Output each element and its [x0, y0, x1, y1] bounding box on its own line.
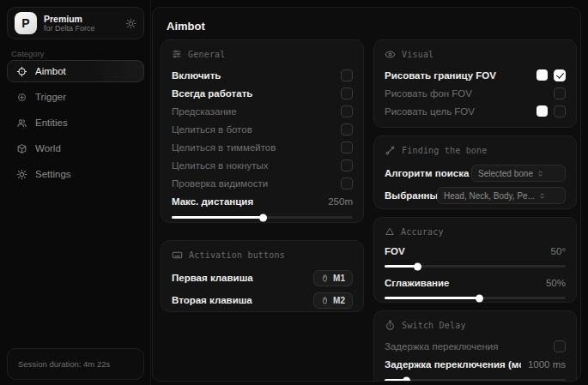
switch-delay-slider[interactable]: [385, 379, 566, 382]
panel-visual-header: Visual: [385, 47, 566, 61]
unfold-icon: [536, 170, 544, 177]
slider-thumb[interactable]: [259, 214, 267, 221]
sidebar-item-settings[interactable]: Settings: [7, 163, 144, 185]
select-value: Selected bone: [478, 169, 533, 178]
setting-label: Проверка видимости: [172, 178, 341, 189]
keybind-button-m1[interactable]: M1: [313, 270, 353, 286]
setting-label: Предсказание: [172, 106, 341, 117]
checkbox[interactable]: [341, 87, 353, 99]
mouse-icon: [321, 296, 329, 305]
world-icon: [16, 143, 27, 154]
color-swatch[interactable]: [536, 105, 548, 117]
panel-accuracy: Accuracy FOV 50° Сглаживание 50%: [373, 217, 577, 303]
setting-label: Включить: [172, 70, 341, 81]
slider-value: 50%: [546, 278, 566, 288]
sidebar-item-trigger[interactable]: Trigger: [7, 86, 144, 108]
sidebar-item-label: Trigger: [35, 92, 66, 102]
sidebar-item-world[interactable]: World: [7, 137, 144, 159]
max-distance-slider[interactable]: [172, 216, 353, 219]
keybind-value: M2: [333, 296, 345, 305]
category-label: Category: [11, 49, 45, 58]
panel-title: Visual: [402, 50, 433, 59]
panel-accuracy-header: Accuracy: [385, 225, 566, 238]
setting-label: Целиться в ботов: [172, 124, 341, 135]
setting-label: Рисовать цель FOV: [385, 106, 536, 117]
checkbox[interactable]: [341, 177, 353, 189]
panel-switch-header: Switch Delay: [385, 318, 566, 332]
keybind-value: M1: [333, 274, 345, 283]
setting-row: Всегда работать: [172, 84, 353, 102]
slider-group: Сглаживание 50%: [385, 275, 566, 299]
panel-activation-buttons: Activation buttons Первая клавиша M1 Вто…: [161, 240, 364, 312]
trigger-icon: [16, 92, 27, 103]
slider-thumb[interactable]: [403, 376, 410, 382]
setting-label: Выбранные кости: [385, 190, 437, 201]
gear-icon[interactable]: [125, 18, 136, 29]
setting-label: Целиться в тиммейтов: [172, 142, 341, 153]
panel-title: Finding the bone: [402, 146, 488, 155]
setting-row: Целиться в нокнутых: [172, 156, 353, 174]
checkbox[interactable]: [341, 159, 353, 171]
setting-row: Целиться в тиммейтов: [172, 138, 353, 156]
checkbox[interactable]: [341, 69, 353, 81]
setting-label: Первая клавиша: [172, 273, 313, 283]
slider-label-row: Макс. дистанция 250m: [172, 192, 353, 210]
sidebar-item-aimbot[interactable]: Aimbot: [7, 60, 144, 82]
panel-title: Activation buttons: [189, 250, 285, 260]
setting-label: Алгоритм поиска кости: [385, 168, 471, 178]
checkbox[interactable]: [341, 105, 353, 117]
main-panel: Aimbot General Включить Всегда работать …: [152, 7, 581, 382]
slider-group: FOV 50°: [385, 244, 566, 268]
logo-letter: P: [21, 16, 29, 30]
setting-label: Рисовать границу FOV: [385, 70, 536, 81]
sidebar-item-entities[interactable]: Entities: [7, 111, 144, 134]
slider-label-row: Сглаживание 50%: [385, 275, 566, 291]
selected-bones-select[interactable]: Head, Neck, Body, Pe...: [437, 187, 566, 204]
bone-algorithm-select[interactable]: Selected bone: [471, 165, 566, 182]
sidebar-item-label: Aimbot: [35, 66, 66, 76]
license-subtitle: for Delta Force: [44, 24, 118, 33]
eye-icon: [385, 49, 396, 60]
unfold-icon: [538, 192, 546, 200]
setting-label: Рисовать фон FOV: [385, 88, 554, 99]
panel-visual: Visual Рисовать границу FOV Рисовать фон…: [373, 39, 577, 128]
panel-general: General Включить Всегда работать Предска…: [161, 39, 364, 223]
checkbox[interactable]: [554, 340, 566, 352]
sidebar-nav: Aimbot Trigger Entities World: [7, 60, 144, 189]
keybind-row: Вторая клавиша M2: [172, 289, 353, 311]
checkbox[interactable]: [554, 69, 566, 81]
page-title: Aimbot: [167, 20, 205, 33]
slider-thumb[interactable]: [414, 262, 421, 270]
checkbox[interactable]: [341, 123, 353, 135]
checkbox[interactable]: [341, 141, 353, 153]
keybind-button-m2[interactable]: M2: [313, 292, 353, 309]
keyboard-icon: [172, 250, 183, 261]
slider-label-row: Задержка переключения (мс) 1000 ms: [385, 355, 566, 373]
setting-label: Целиться в нокнутых: [172, 160, 341, 171]
panel-switch-delay: Switch Delay Задержка переключения Задер…: [373, 310, 577, 382]
slider-value: 250m: [328, 196, 353, 207]
dropdown-row: Выбранные кости Head, Neck, Body, Pe...: [385, 184, 566, 207]
setting-row: Рисовать границу FOV: [385, 66, 566, 84]
license-title: Premium: [44, 14, 118, 24]
panel-title: Accuracy: [401, 227, 444, 237]
setting-row: Рисовать фон FOV: [385, 84, 566, 102]
slider-label-row: FOV 50°: [385, 244, 566, 259]
setting-label: FOV: [385, 246, 544, 256]
session-duration: Session duration: 4m 22s: [7, 348, 144, 380]
dropdown-row: Алгоритм поиска кости Selected bone: [385, 162, 566, 184]
setting-label: Задержка переключения (мс): [385, 359, 521, 370]
keybind-row: Первая клавиша M1: [172, 267, 353, 289]
checkbox[interactable]: [554, 105, 566, 117]
slider-thumb[interactable]: [476, 294, 483, 302]
license-card: P Premium for Delta Force: [7, 7, 144, 39]
triangle-icon: [385, 226, 395, 237]
color-swatch[interactable]: [536, 69, 548, 81]
setting-row: Проверка видимости: [172, 174, 353, 192]
panel-title: General: [188, 50, 226, 59]
crosshair-icon: [16, 66, 27, 77]
smoothing-slider[interactable]: [385, 297, 566, 299]
sidebar-item-label: Entities: [35, 117, 68, 128]
fov-slider[interactable]: [385, 265, 566, 268]
checkbox[interactable]: [554, 87, 566, 99]
